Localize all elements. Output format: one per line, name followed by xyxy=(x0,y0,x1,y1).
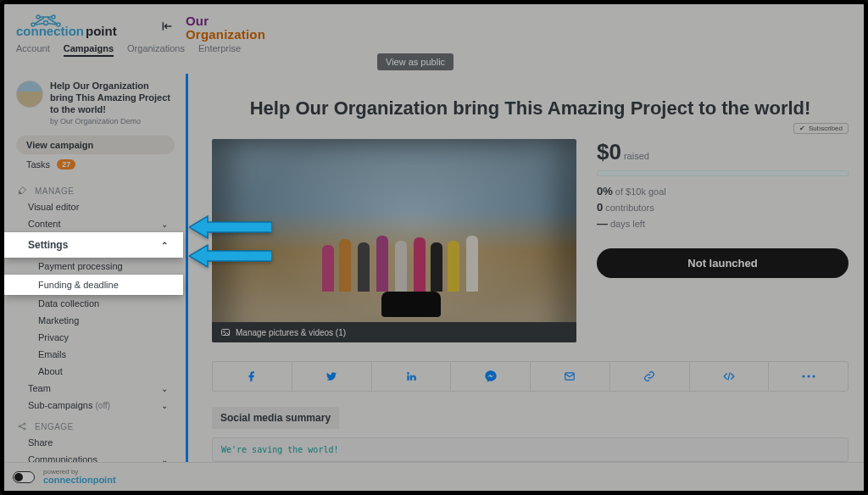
svg-point-14 xyxy=(807,375,810,378)
campaign-title-small: Help Our Organization bring This Amazing… xyxy=(50,81,175,115)
raised-amount: $0raised xyxy=(597,139,849,165)
social-summary-header: Social media summary xyxy=(212,407,339,429)
share-linkedin[interactable] xyxy=(372,362,452,391)
svg-point-1 xyxy=(52,15,55,19)
campaign-header[interactable]: Help Our Organization bring This Amazing… xyxy=(4,74,183,129)
campaign-byline: by Our Organization Demo xyxy=(50,117,175,125)
sidebar-item-emails[interactable]: Emails xyxy=(4,346,183,363)
contributors-line: 0contributors xyxy=(597,201,849,214)
section-engage: ENGAGE xyxy=(4,414,183,434)
chevron-down-icon: ⌄ xyxy=(161,401,168,410)
share-messenger[interactable] xyxy=(451,362,531,391)
section-manage: MANAGE xyxy=(4,178,183,198)
engage-icon xyxy=(16,420,28,432)
sidebar-scrollbar[interactable] xyxy=(186,74,188,462)
svg-marker-17 xyxy=(189,245,272,267)
svg-text:point: point xyxy=(86,24,117,38)
theme-toggle[interactable] xyxy=(13,471,35,483)
svg-marker-16 xyxy=(189,216,272,238)
org-title: Our Organization xyxy=(186,14,265,42)
tab-organizations[interactable]: Organizations xyxy=(127,43,185,57)
sidebar-item-sub-campaigns[interactable]: Sub-campaigns (off) ⌄ xyxy=(4,397,183,414)
sidebar-item-communications[interactable]: Communications⌄ xyxy=(4,451,183,462)
share-facebook[interactable] xyxy=(213,362,292,391)
subscribed-chip[interactable]: ✔ Subscribed xyxy=(793,123,849,134)
launch-status-button[interactable]: Not launched xyxy=(597,248,849,278)
view-campaign-button[interactable]: View campaign xyxy=(16,136,175,154)
share-more[interactable] xyxy=(769,362,848,391)
svg-point-15 xyxy=(812,375,815,378)
hero-image[interactable]: Manage pictures & videos (1) xyxy=(212,139,576,342)
campaign-thumbnail xyxy=(16,81,43,108)
social-summary-preview: We're saving the world! xyxy=(212,437,849,462)
days-left-line: —days left xyxy=(597,217,849,230)
sidebar-item-share[interactable]: Share xyxy=(4,434,183,451)
tasks-badge: 27 xyxy=(57,159,75,170)
svg-point-9 xyxy=(24,428,25,430)
chevron-down-icon: ⌄ xyxy=(161,384,168,393)
manage-icon xyxy=(16,185,28,197)
tasks-label: Tasks xyxy=(26,159,50,170)
tab-account[interactable]: Account xyxy=(16,43,50,57)
svg-point-8 xyxy=(24,423,25,425)
sidebar-item-visual-editor[interactable]: Visual editor xyxy=(4,198,183,215)
sidebar-item-about[interactable]: About xyxy=(4,363,183,380)
share-row xyxy=(212,361,849,392)
sidebar-item-marketing[interactable]: Marketing xyxy=(4,312,183,329)
sidebar-item-team[interactable]: Team⌄ xyxy=(4,380,183,397)
svg-point-11 xyxy=(224,331,225,333)
share-twitter[interactable] xyxy=(292,362,372,391)
sidebar-item-tasks[interactable]: Tasks 27 xyxy=(4,154,183,178)
page-title: Help Our Organization bring This Amazing… xyxy=(212,97,849,120)
chevron-down-icon: ⌄ xyxy=(161,455,168,462)
sidebar-item-funding-deadline[interactable]: Funding & deadline xyxy=(4,275,183,295)
sidebar-item-privacy[interactable]: Privacy xyxy=(4,329,183,346)
campaign-stats: $0raised 0%of $10k goal 0contributors —d… xyxy=(597,139,849,278)
footer: powered by connectionpoint xyxy=(4,462,864,491)
sidebar-item-data-collection[interactable]: Data collection xyxy=(4,295,183,312)
annotation-arrow-funding xyxy=(189,243,272,269)
chevron-up-icon: ⌃ xyxy=(161,241,168,250)
goal-line: 0%of $10k goal xyxy=(597,185,849,197)
brand-logo: connection point xyxy=(11,11,148,42)
manage-pictures-button[interactable]: Manage pictures & videos (1) xyxy=(212,322,576,342)
tab-enterprise[interactable]: Enterprise xyxy=(198,43,241,57)
view-as-public-button[interactable]: View as public xyxy=(377,53,453,70)
collapse-sidebar-button[interactable] xyxy=(155,14,179,38)
chevron-down-icon: ⌄ xyxy=(161,220,168,229)
svg-point-13 xyxy=(802,375,804,378)
share-email[interactable] xyxy=(531,362,610,391)
check-icon: ✔ xyxy=(799,125,805,132)
powered-by: powered by connectionpoint xyxy=(43,469,116,485)
share-embed[interactable] xyxy=(690,362,770,391)
progress-bar xyxy=(597,170,849,176)
svg-point-0 xyxy=(36,15,40,19)
sidebar-item-payment-processing[interactable]: Payment processing xyxy=(4,258,183,275)
svg-text:connection: connection xyxy=(16,24,84,38)
sidebar-item-settings[interactable]: Settings ⌃ xyxy=(4,232,183,258)
sidebar-item-content[interactable]: Content⌄ xyxy=(4,215,183,232)
svg-point-7 xyxy=(19,425,20,427)
annotation-arrow-settings xyxy=(189,214,272,240)
share-link[interactable] xyxy=(610,362,690,391)
main-content: Help Our Organization bring This Amazing… xyxy=(188,74,864,462)
tab-campaigns[interactable]: Campaigns xyxy=(64,43,114,57)
sidebar: Help Our Organization bring This Amazing… xyxy=(4,74,188,462)
